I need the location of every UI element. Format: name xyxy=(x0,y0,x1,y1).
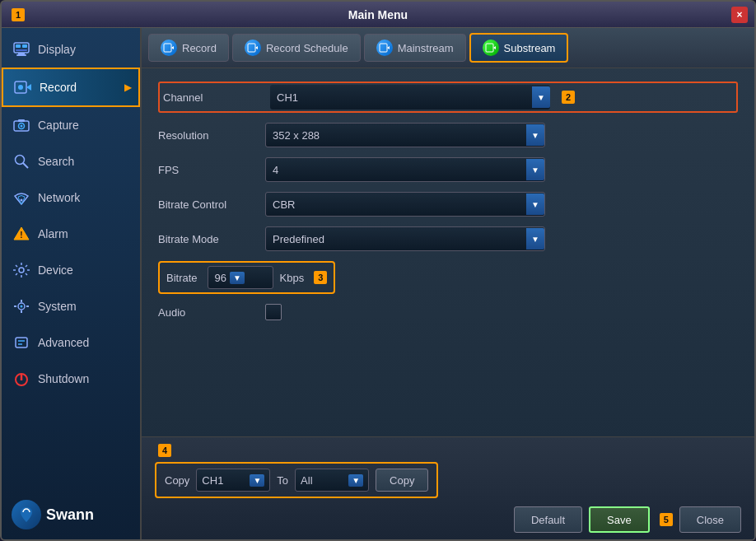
copy-to-value: All xyxy=(301,474,312,487)
search-icon xyxy=(12,152,31,171)
bitrate-label: Bitrate xyxy=(166,272,198,284)
to-label: To xyxy=(277,474,288,487)
window-title: Main Menu xyxy=(348,8,408,21)
sidebar-item-search[interactable]: Search xyxy=(2,143,140,180)
bitrate-control-select[interactable]: CBR ▼ xyxy=(265,192,545,217)
sidebar-item-record[interactable]: Record ▶ xyxy=(2,68,140,107)
system-icon xyxy=(12,296,31,316)
tab-mainstream[interactable]: Mainstream xyxy=(364,34,466,62)
svg-rect-3 xyxy=(16,44,21,48)
fps-dropdown-arrow[interactable]: ▼ xyxy=(526,159,544,180)
capture-icon xyxy=(12,115,31,135)
badge-5: 5 xyxy=(660,513,673,526)
copy-channel-select[interactable]: CH1 ▼ xyxy=(196,469,270,492)
svg-rect-10 xyxy=(18,119,25,122)
copy-from-label: Copy xyxy=(165,474,189,487)
svg-rect-1 xyxy=(18,53,25,54)
bitrate-dropdown-arrow[interactable]: ▼ xyxy=(230,272,245,284)
sidebar-label-network: Network xyxy=(38,191,80,204)
badge-4: 4 xyxy=(158,444,171,457)
badge-2: 2 xyxy=(562,91,575,104)
svg-rect-30 xyxy=(380,44,387,52)
svg-point-15 xyxy=(21,199,23,202)
close-window-button[interactable]: × xyxy=(731,7,748,23)
copy-channel-arrow[interactable]: ▼ xyxy=(250,474,264,487)
sidebar-label-display: Display xyxy=(38,43,76,56)
resolution-label: Resolution xyxy=(158,129,257,142)
tab-record-label: Record xyxy=(182,42,217,54)
tab-record[interactable]: Record xyxy=(148,34,229,62)
bitrate-control-row: Bitrate Control CBR ▼ xyxy=(158,192,738,217)
tab-bar: Record Record Schedule Mainstream xyxy=(142,28,754,68)
channel-label: Channel xyxy=(163,91,262,104)
bitrate-mode-select[interactable]: Predefined ▼ xyxy=(265,226,545,251)
bitrate-value: 96 xyxy=(215,272,226,284)
sidebar-label-shutdown: Shutdown xyxy=(38,372,89,385)
sidebar-label-alarm: Alarm xyxy=(38,227,68,240)
sidebar-item-display[interactable]: Display xyxy=(2,31,140,68)
svg-line-14 xyxy=(23,163,28,168)
svg-marker-7 xyxy=(26,84,31,91)
default-button[interactable]: Default xyxy=(514,506,582,533)
resolution-select[interactable]: 352 x 288 ▼ xyxy=(265,123,545,147)
sidebar-label-advanced: Advanced xyxy=(38,336,89,349)
tab-record-icon xyxy=(161,40,177,56)
record-arrow-icon: ▶ xyxy=(124,82,132,93)
fps-select[interactable]: 4 ▼ xyxy=(265,157,545,182)
sidebar-item-capture[interactable]: Capture xyxy=(2,107,140,143)
sidebar-item-advanced[interactable]: Advanced xyxy=(2,324,140,361)
tab-schedule-icon xyxy=(245,40,261,56)
bitrate-control-dropdown-arrow[interactable]: ▼ xyxy=(526,194,544,215)
sidebar-item-network[interactable]: Network xyxy=(2,180,140,216)
bitrate-mode-row: Bitrate Mode Predefined ▼ xyxy=(158,226,738,251)
svg-point-20 xyxy=(21,305,23,308)
bitrate-select[interactable]: 96 ▼ xyxy=(208,266,273,289)
save-button[interactable]: Save xyxy=(589,506,650,533)
device-icon xyxy=(12,260,31,280)
channel-dropdown-arrow[interactable]: ▼ xyxy=(532,86,550,108)
bottom-bar: 4 Copy CH1 ▼ To All ▼ Copy xyxy=(142,436,754,539)
copy-to-select[interactable]: All ▼ xyxy=(295,469,369,492)
shutdown-icon xyxy=(12,369,31,389)
kbps-label: Kbps xyxy=(280,272,305,284)
tab-mainstream-icon xyxy=(376,40,393,56)
action-buttons: Default Save 5 Close xyxy=(155,506,741,533)
bitrate-control-label: Bitrate Control xyxy=(158,198,257,211)
svg-point-13 xyxy=(16,156,25,165)
record-icon xyxy=(13,77,33,97)
tab-substream-icon xyxy=(483,40,499,56)
sidebar-item-shutdown[interactable]: Shutdown xyxy=(2,361,140,397)
channel-select[interactable]: CH1 ▼ xyxy=(270,85,550,110)
tab-mainstream-label: Mainstream xyxy=(398,42,454,54)
close-button[interactable]: Close xyxy=(679,506,741,533)
main-content: Display Record ▶ Capture xyxy=(2,28,754,539)
bitrate-mode-label: Bitrate Mode xyxy=(158,233,257,245)
badge-1: 1 xyxy=(12,8,25,21)
swann-logo: Swann xyxy=(2,490,140,539)
resolution-dropdown-arrow[interactable]: ▼ xyxy=(526,124,544,146)
tab-substream[interactable]: Substream xyxy=(469,33,569,63)
audio-label: Audio xyxy=(158,306,257,319)
copy-button[interactable]: Copy xyxy=(376,469,428,492)
tab-record-schedule[interactable]: Record Schedule xyxy=(232,34,361,62)
form-area: Channel CH1 ▼ 2 Resolution 352 x 288 ▼ xyxy=(142,68,754,436)
alarm-icon: ! xyxy=(12,224,31,244)
copy-to-arrow[interactable]: ▼ xyxy=(348,474,363,487)
svg-point-12 xyxy=(21,125,23,128)
sidebar-item-system[interactable]: System xyxy=(2,288,140,324)
svg-rect-28 xyxy=(248,44,255,52)
tab-record-schedule-label: Record Schedule xyxy=(266,42,348,54)
sidebar-item-device[interactable]: Device xyxy=(2,252,140,288)
sidebar-item-alarm[interactable]: ! Alarm xyxy=(2,216,140,252)
svg-rect-26 xyxy=(164,44,171,52)
title-bar: Main Menu 1 × xyxy=(2,2,754,28)
svg-rect-2 xyxy=(16,54,26,56)
svg-rect-32 xyxy=(486,44,493,52)
sidebar-label-search: Search xyxy=(38,155,74,168)
svg-rect-5 xyxy=(16,49,27,51)
audio-checkbox[interactable] xyxy=(265,304,282,320)
bitrate-mode-value: Predefined xyxy=(273,233,324,245)
svg-point-8 xyxy=(18,85,23,90)
resolution-value: 352 x 288 xyxy=(273,129,320,142)
bitrate-mode-dropdown-arrow[interactable]: ▼ xyxy=(526,228,544,250)
